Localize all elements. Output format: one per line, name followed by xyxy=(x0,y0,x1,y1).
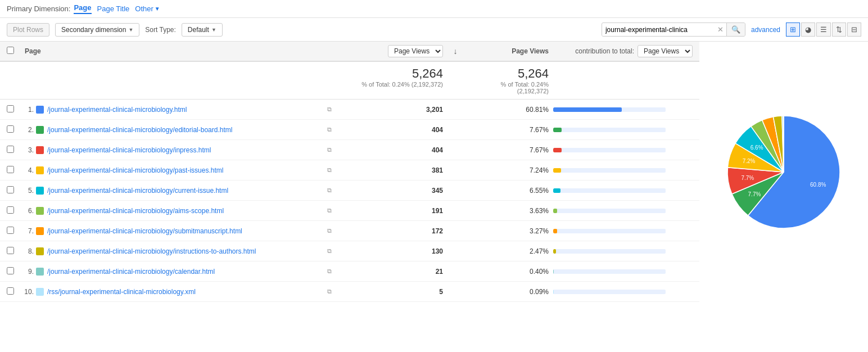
page-link[interactable]: /journal-experimental-clinical-microbiol… xyxy=(47,166,223,174)
row-number: 8. xyxy=(20,247,36,255)
row-checkbox[interactable] xyxy=(7,166,14,173)
sort-type-button[interactable]: Default ▼ xyxy=(182,23,223,37)
header-sort-col: ↓ xyxy=(447,47,463,56)
secondary-dimension-button[interactable]: Secondary dimension ▼ xyxy=(55,23,139,37)
pie-segment[interactable] xyxy=(783,116,784,172)
row-number: 5. xyxy=(20,187,36,195)
page-link[interactable]: /journal-experimental-clinical-microbiol… xyxy=(47,146,211,154)
sort-arrow-icon[interactable]: ↓ xyxy=(454,47,458,56)
plot-rows-button: Plot Rows xyxy=(7,23,49,37)
external-link-icon[interactable]: ⧉ xyxy=(327,126,332,133)
table-row: 7. /journal-experimental-clinical-microb… xyxy=(0,221,699,241)
row-contribution-bar xyxy=(553,106,699,114)
chart-section: 60.8%7.7%7.7%7.2%6.6% xyxy=(699,42,868,302)
external-link-icon[interactable]: ⧉ xyxy=(327,227,332,234)
secondary-dim-chevron-icon: ▼ xyxy=(128,27,133,33)
row-contribution-bar xyxy=(553,166,699,174)
row-color-indicator xyxy=(36,166,44,174)
page-link[interactable]: /journal-experimental-clinical-microbiol… xyxy=(47,126,232,134)
dim-other-tab[interactable]: Other ▼ xyxy=(135,4,160,13)
row-checkbox[interactable] xyxy=(7,146,14,153)
grid-view-button[interactable]: ⊞ xyxy=(786,22,800,37)
search-clear-button[interactable]: ✕ xyxy=(715,23,726,36)
row-checkbox-col xyxy=(0,206,20,215)
external-link-icon[interactable]: ⧉ xyxy=(327,247,332,255)
advanced-button[interactable]: advanced xyxy=(751,26,780,34)
row-checkbox[interactable] xyxy=(7,186,14,193)
page-link[interactable]: /journal-experimental-clinical-microbiol… xyxy=(47,227,242,235)
row-page-cell: /journal-experimental-clinical-microbiol… xyxy=(47,187,327,195)
page-link[interactable]: /journal-experimental-clinical-microbiol… xyxy=(47,106,187,114)
row-pageviews: 345 xyxy=(335,187,447,195)
row-page-cell: /journal-experimental-clinical-microbiol… xyxy=(47,106,327,114)
external-link-icon[interactable]: ⧉ xyxy=(327,288,332,295)
page-link[interactable]: /journal-experimental-clinical-microbiol… xyxy=(47,268,215,276)
row-pageviews-pct: 3.63% xyxy=(463,207,553,215)
row-contribution-bar xyxy=(553,247,699,255)
total-pv2-pct: % of Total: 0.24% xyxy=(463,81,549,88)
row-color-indicator xyxy=(36,146,44,154)
header-contribution-col: contribution to total: Page Views xyxy=(553,45,699,57)
pie-label: 7.2% xyxy=(743,158,756,164)
row-checkbox[interactable] xyxy=(7,206,14,214)
dim-page-tab[interactable]: Page xyxy=(74,3,91,14)
list-view-button[interactable]: ☰ xyxy=(816,22,831,37)
row-checkbox-col xyxy=(0,105,20,114)
page-link[interactable]: /journal-experimental-clinical-microbiol… xyxy=(47,247,256,255)
row-checkbox-col xyxy=(0,287,20,296)
row-checkbox[interactable] xyxy=(7,105,14,112)
total-pv1-value: 5,264 xyxy=(335,66,443,81)
row-number: 4. xyxy=(20,166,36,174)
select-all-checkbox[interactable] xyxy=(7,47,14,54)
row-pageviews-pct: 6.55% xyxy=(463,187,553,195)
row-checkbox[interactable] xyxy=(7,125,14,133)
compare-view-button[interactable]: ⇅ xyxy=(832,22,846,37)
row-pageviews: 404 xyxy=(335,126,447,134)
row-contribution-bar xyxy=(553,207,699,215)
sort-type-label: Sort Type: xyxy=(145,26,175,34)
page-views-dropdown[interactable]: Page Views xyxy=(388,45,443,57)
row-checkbox[interactable] xyxy=(7,247,14,254)
external-link-icon[interactable]: ⧉ xyxy=(327,187,332,194)
row-pageviews-pct: 7.67% xyxy=(463,126,553,134)
primary-dimension-label: Primary Dimension: xyxy=(7,4,70,13)
external-link-icon[interactable]: ⧉ xyxy=(327,207,332,214)
row-checkbox-col xyxy=(0,227,20,236)
row-checkbox-col xyxy=(0,125,20,134)
row-page-cell: /journal-experimental-clinical-microbiol… xyxy=(47,126,327,134)
table-row: 8. /journal-experimental-clinical-microb… xyxy=(0,241,699,261)
row-checkbox[interactable] xyxy=(7,287,14,295)
contribution-dropdown[interactable]: Page Views xyxy=(638,45,693,57)
row-checkbox-col xyxy=(0,247,20,256)
external-link-icon[interactable]: ⧉ xyxy=(327,268,332,275)
row-page-cell: /journal-experimental-clinical-microbiol… xyxy=(47,146,327,154)
external-link-icon[interactable]: ⧉ xyxy=(327,106,332,113)
pie-label: 7.7% xyxy=(748,191,761,197)
row-pageviews-pct: 7.24% xyxy=(463,166,553,174)
toolbar: Plot Rows Secondary dimension ▼ Sort Typ… xyxy=(0,18,868,42)
page-link[interactable]: /rss/journal-experimental-clinical-micro… xyxy=(47,288,196,296)
search-input[interactable] xyxy=(602,24,715,36)
row-contribution-bar xyxy=(553,126,699,134)
row-page-cell: /journal-experimental-clinical-microbiol… xyxy=(47,207,327,215)
row-contribution-bar xyxy=(553,288,699,296)
row-number: 9. xyxy=(20,268,36,276)
page-link[interactable]: /journal-experimental-clinical-microbiol… xyxy=(47,187,228,195)
external-link-icon[interactable]: ⧉ xyxy=(327,166,332,174)
search-submit-button[interactable]: 🔍 xyxy=(726,23,745,36)
row-checkbox[interactable] xyxy=(7,267,14,274)
external-link-icon[interactable]: ⧉ xyxy=(327,146,332,154)
row-pageviews: 130 xyxy=(335,247,447,255)
page-link[interactable]: /journal-experimental-clinical-microbiol… xyxy=(47,207,224,215)
row-checkbox[interactable] xyxy=(7,227,14,234)
row-pageviews: 404 xyxy=(335,146,447,154)
pivot-view-button[interactable]: ⊟ xyxy=(847,22,861,37)
pie-view-button[interactable]: ◕ xyxy=(801,22,815,37)
row-pageviews: 3,201 xyxy=(335,106,447,114)
dim-page-title-tab[interactable]: Page Title xyxy=(97,4,130,13)
table-row: 3. /journal-experimental-clinical-microb… xyxy=(0,140,699,160)
table-row: 1. /journal-experimental-clinical-microb… xyxy=(0,100,699,120)
primary-dimension-bar: Primary Dimension: Page Page Title Other… xyxy=(0,0,868,18)
row-color-indicator xyxy=(36,106,44,114)
row-page-cell: /journal-experimental-clinical-microbiol… xyxy=(47,227,327,235)
